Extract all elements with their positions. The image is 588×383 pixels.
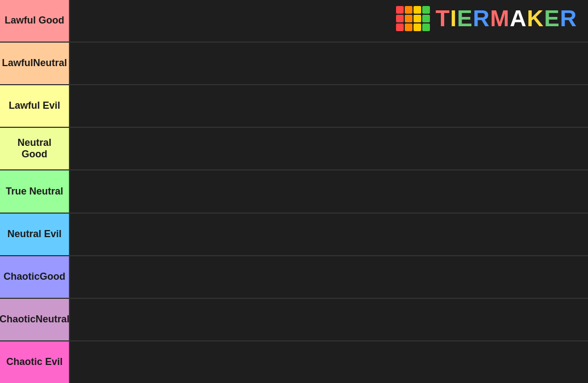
tier-row-chaotic-neutral: ChaoticNeutral	[0, 299, 588, 341]
tier-content-lawful-good[interactable]	[69, 0, 588, 42]
tier-row-neutral-evil: Neutral Evil	[0, 214, 588, 256]
tier-row-neutral-good: Neutral Good	[0, 128, 588, 170]
tier-content-true-neutral[interactable]	[69, 170, 588, 212]
tier-label-chaotic-neutral: ChaoticNeutral	[0, 299, 69, 340]
tier-label-lawful-evil: Lawful Evil	[0, 85, 69, 127]
tier-content-chaotic-good[interactable]	[69, 256, 588, 298]
tier-row-lawful-good: Lawful Good	[0, 0, 588, 43]
tier-content-lawful-neutral[interactable]	[69, 43, 588, 84]
tier-row-chaotic-evil: Chaotic Evil	[0, 341, 588, 383]
tier-label-neutral-good: Neutral Good	[0, 128, 69, 169]
tier-label-true-neutral: True Neutral	[0, 170, 69, 212]
tier-label-chaotic-good: ChaoticGood	[0, 256, 69, 298]
tier-maker-app: TiERMAKER Lawful GoodLawfulNeutralLawful…	[0, 0, 588, 383]
tier-row-lawful-neutral: LawfulNeutral	[0, 43, 588, 85]
tier-row-lawful-evil: Lawful Evil	[0, 85, 588, 128]
tier-content-neutral-evil[interactable]	[69, 214, 588, 255]
tier-label-lawful-neutral: LawfulNeutral	[0, 43, 69, 84]
tier-row-chaotic-good: ChaoticGood	[0, 256, 588, 299]
tier-row-true-neutral: True Neutral	[0, 170, 588, 213]
tier-content-chaotic-neutral[interactable]	[69, 299, 588, 340]
tier-label-chaotic-evil: Chaotic Evil	[0, 341, 69, 383]
tier-list: Lawful GoodLawfulNeutralLawful EvilNeutr…	[0, 0, 588, 383]
tier-label-lawful-good: Lawful Good	[0, 0, 69, 42]
tier-label-neutral-evil: Neutral Evil	[0, 214, 69, 255]
tier-content-lawful-evil[interactable]	[69, 85, 588, 127]
tier-content-neutral-good[interactable]	[69, 128, 588, 169]
tier-content-chaotic-evil[interactable]	[69, 341, 588, 383]
